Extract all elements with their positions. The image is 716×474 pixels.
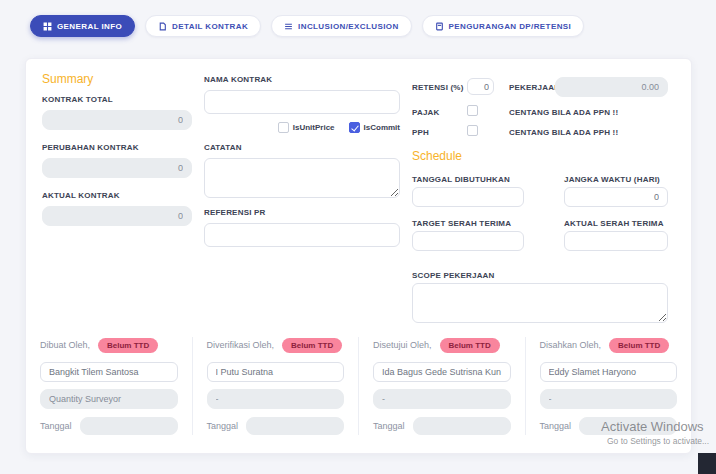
is-commit-label: IsCommit — [364, 123, 400, 132]
target-serah-terima-input[interactable] — [412, 231, 524, 251]
summary-section: Summary KONTRAK TOTAL PERUBAHAN KONTRAK … — [42, 72, 192, 239]
aktual-serah-terima-label: AKTUAL SERAH TERIMA — [564, 219, 664, 229]
pekerjaan-input — [555, 77, 668, 97]
signature-date-row-1: Tanggal — [40, 417, 178, 435]
calculator-icon — [435, 22, 444, 31]
tab-inclusion-exclusion-label: INCLUSION/EXCLUSION — [298, 22, 399, 31]
jangka-waktu-label: JANGKA WAKTU (HARI) — [564, 175, 660, 185]
summary-heading: Summary — [42, 72, 192, 86]
signature-date-row-3: Tanggal — [373, 417, 511, 435]
tanggal-input-3 — [413, 417, 511, 435]
aktual-kontrak-input — [42, 206, 192, 226]
scope-pekerjaan-textarea[interactable] — [412, 283, 668, 323]
nama-kontrak-label: NAMA KONTRAK — [204, 75, 400, 85]
retensi-input[interactable] — [467, 78, 494, 95]
signature-title-input-1 — [40, 389, 178, 409]
signature-col-diverifikasi: Diverifikasi Oleh, Belum TTD Tanggal — [192, 337, 359, 435]
aktual-kontrak-field: AKTUAL KONTRAK — [42, 191, 192, 226]
signature-header-2: Diverifikasi Oleh, Belum TTD — [207, 337, 345, 353]
tab-general-info[interactable]: GENERAL INFO — [30, 15, 135, 37]
tanggal-label-4: Tanggal — [540, 421, 572, 431]
is-unit-price-checkbox[interactable] — [278, 122, 289, 133]
taskbar-corner — [698, 453, 716, 474]
pajak-label: PAJAK — [412, 108, 440, 118]
signature-title-input-3 — [373, 389, 511, 409]
flags-row: IsUnitPrice IsCommit — [204, 122, 400, 133]
is-unit-price-label: IsUnitPrice — [293, 123, 335, 132]
kontrak-total-input — [42, 110, 192, 130]
aktual-kontrak-label: AKTUAL KONTRAK — [42, 191, 192, 201]
pekerjaan-label: PEKERJAAN — [509, 83, 560, 93]
tanggal-dibutuhkan-label: TANGGAL DIBUTUHKAN — [412, 175, 510, 185]
signature-name-input-1[interactable] — [40, 362, 178, 382]
aktual-serah-terima-input[interactable] — [564, 231, 668, 251]
nama-kontrak-input[interactable] — [204, 90, 400, 114]
contract-form-card: Summary KONTRAK TOTAL PERUBAHAN KONTRAK … — [25, 58, 692, 454]
schedule-heading: Schedule — [412, 149, 462, 163]
signature-role-label-1: Dibuat Oleh, — [40, 340, 90, 350]
signature-name-input-4[interactable] — [540, 362, 678, 382]
signature-name-input-3[interactable] — [373, 362, 511, 382]
tab-pengurangan-dp-retensi[interactable]: PENGURANGAN DP/RETENSI — [422, 15, 585, 37]
tanggal-input-2 — [246, 417, 344, 435]
pajak-checkbox[interactable] — [467, 105, 478, 116]
referensi-pr-label: REFERENSI PR — [204, 208, 400, 218]
signature-title-input-2 — [207, 389, 345, 409]
tanggal-dibutuhkan-input[interactable] — [412, 187, 524, 207]
signature-header-1: Dibuat Oleh, Belum TTD — [40, 337, 178, 353]
tab-inclusion-exclusion[interactable]: INCLUSION/EXCLUSION — [271, 15, 412, 37]
pph-note: CENTANG BILA ADA PPH !! — [509, 128, 618, 138]
kontrak-section: NAMA KONTRAK IsUnitPrice IsCommit CATATA… — [204, 75, 400, 247]
catatan-textarea[interactable] — [204, 158, 400, 198]
kontrak-total-label: KONTRAK TOTAL — [42, 95, 192, 105]
grid-icon — [43, 22, 52, 31]
perubahan-kontrak-label: PERUBAHAN KONTRAK — [42, 143, 192, 153]
belum-ttd-badge-1: Belum TTD — [98, 338, 158, 353]
perubahan-kontrak-field: PERUBAHAN KONTRAK — [42, 143, 192, 178]
contract-general-info-page: GENERAL INFO DETAIL KONTRAK INCLUSION/EX… — [0, 0, 716, 474]
ppn-note: CENTANG BILA ADA PPN !! — [509, 108, 618, 118]
signature-role-label-3: Disetujui Oleh, — [373, 340, 432, 350]
target-serah-terima-label: TARGET SERAH TERIMA — [412, 219, 511, 229]
signature-header-3: Disetujui Oleh, Belum TTD — [373, 337, 511, 353]
tab-bar: GENERAL INFO DETAIL KONTRAK INCLUSION/EX… — [30, 15, 584, 37]
document-icon — [158, 22, 167, 31]
pph-label: PPH — [412, 128, 429, 138]
tanggal-label-1: Tanggal — [40, 421, 72, 431]
signature-header-4: Disahkan Oleh, Belum TTD — [540, 337, 678, 353]
tab-general-info-label: GENERAL INFO — [57, 22, 122, 31]
belum-ttd-badge-4: Belum TTD — [609, 338, 669, 353]
signatures-section: Dibuat Oleh, Belum TTD Tanggal Diverifik… — [26, 337, 691, 435]
is-commit-checkbox[interactable] — [349, 122, 360, 133]
kontrak-total-field: KONTRAK TOTAL — [42, 95, 192, 130]
tanggal-input-1 — [80, 417, 178, 435]
tanggal-input-4 — [579, 417, 677, 435]
jangka-waktu-input[interactable] — [564, 187, 668, 207]
belum-ttd-badge-2: Belum TTD — [282, 338, 342, 353]
pajak-schedule-section: RETENSI (%) PEKERJAAN PAJAK CENTANG BILA… — [412, 75, 668, 335]
signature-date-row-2: Tanggal — [207, 417, 345, 435]
is-commit-option[interactable]: IsCommit — [349, 122, 400, 133]
perubahan-kontrak-input — [42, 158, 192, 178]
signature-role-label-2: Diverifikasi Oleh, — [207, 340, 275, 350]
scope-pekerjaan-label: SCOPE PEKERJAAN — [412, 271, 495, 281]
signature-col-dibuat: Dibuat Oleh, Belum TTD Tanggal — [26, 337, 192, 435]
referensi-pr-input[interactable] — [204, 223, 400, 247]
tab-pengurangan-dp-retensi-label: PENGURANGAN DP/RETENSI — [449, 22, 572, 31]
signature-title-input-4 — [540, 389, 678, 409]
tab-detail-kontrak[interactable]: DETAIL KONTRAK — [145, 15, 261, 37]
signature-name-input-2[interactable] — [207, 362, 345, 382]
pph-checkbox[interactable] — [467, 125, 478, 136]
catatan-label: CATATAN — [204, 143, 400, 153]
tab-detail-kontrak-label: DETAIL KONTRAK — [172, 22, 248, 31]
tanggal-label-3: Tanggal — [373, 421, 405, 431]
signature-date-row-4: Tanggal — [540, 417, 678, 435]
is-unit-price-option[interactable]: IsUnitPrice — [278, 122, 335, 133]
tanggal-label-2: Tanggal — [207, 421, 239, 431]
signature-col-disetujui: Disetujui Oleh, Belum TTD Tanggal — [358, 337, 525, 435]
signature-role-label-4: Disahkan Oleh, — [540, 340, 602, 350]
list-icon — [284, 22, 293, 31]
belum-ttd-badge-3: Belum TTD — [440, 338, 500, 353]
retensi-label: RETENSI (%) — [412, 83, 464, 93]
signature-col-disahkan: Disahkan Oleh, Belum TTD Tanggal — [525, 337, 692, 435]
